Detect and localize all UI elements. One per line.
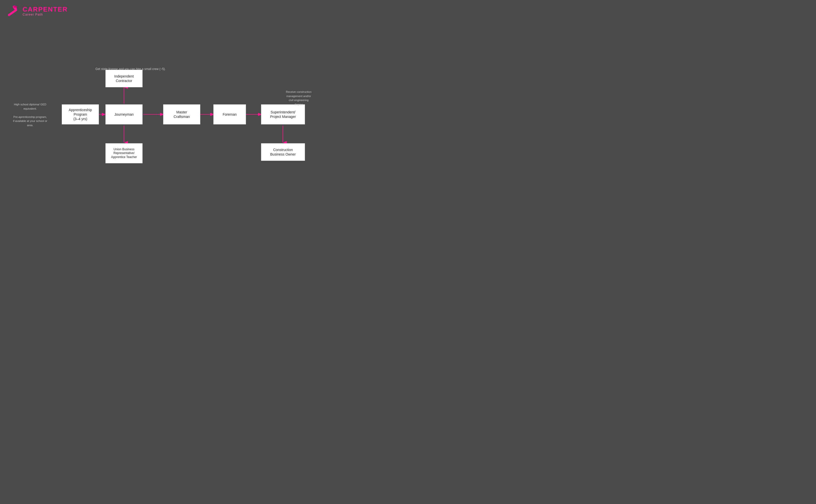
header: CARPENTER Career Path	[0, 0, 326, 22]
header-text: CARPENTER Career Path	[23, 6, 68, 16]
construction-business-box: Construction Business Owner	[261, 143, 305, 161]
journeyman-box: Journeyman	[105, 104, 143, 124]
union-business-box: Union Business Representative/ Apprentic…	[105, 143, 143, 163]
diagram-area: Get state license and you can hire a sma…	[0, 27, 326, 198]
page-title: CARPENTER	[23, 6, 68, 13]
page-subtitle: Career Path	[23, 13, 68, 16]
apprenticeship-box: Apprenticeship Program (3–4 yrs)	[62, 104, 99, 124]
svg-rect-0	[6, 5, 19, 18]
master-craftsman-box: Master Craftsman	[163, 104, 200, 124]
independent-contractor-box: Independent Contractor	[105, 70, 143, 87]
left-annotation: High school diploma/ GED equivalent. Pre…	[5, 102, 55, 127]
superintendent-box: Superintendent/ Project Manager	[261, 104, 305, 124]
right-annotation: Receive construction management and/or c…	[276, 90, 321, 106]
carpenter-logo-icon	[6, 5, 19, 18]
foreman-box: Foreman	[213, 104, 246, 124]
svg-rect-1	[8, 9, 18, 17]
